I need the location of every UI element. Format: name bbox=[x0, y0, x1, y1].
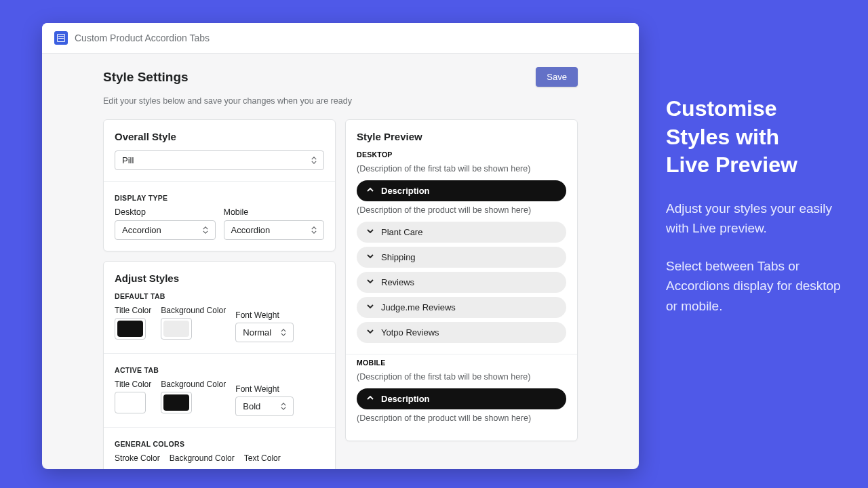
accordion-item-label: Description bbox=[381, 394, 430, 404]
page: Style Settings Save Edit your styles bel… bbox=[42, 54, 639, 469]
accordion-item-label: Reviews bbox=[381, 277, 414, 287]
titlebar: Custom Product Accordion Tabs bbox=[42, 23, 639, 54]
promo-paragraph: Adjust your styles your easily with Live… bbox=[666, 199, 844, 239]
style-preview-card: Style Preview DESKTOP (Description of th… bbox=[345, 119, 578, 441]
default-font-weight-select[interactable]: Normal bbox=[235, 323, 294, 342]
bg-color-label: Background Color bbox=[161, 306, 226, 315]
mobile-label: Mobile bbox=[224, 207, 325, 217]
active-fw-value: Bold bbox=[243, 401, 260, 411]
accordion-item[interactable]: Reviews bbox=[357, 272, 566, 293]
page-title: Style Settings bbox=[103, 70, 189, 85]
app-window: Custom Product Accordion Tabs Style Sett… bbox=[42, 23, 639, 469]
page-subtitle: Edit your styles below and save your cha… bbox=[103, 96, 578, 106]
default-fw-value: Normal bbox=[243, 327, 271, 338]
promo-panel: Customise Styles with Live Preview Adjus… bbox=[639, 0, 868, 488]
chevron-down-icon bbox=[366, 327, 374, 338]
accordion-item-label: Description bbox=[381, 186, 430, 196]
style-preview-heading: Style Preview bbox=[357, 131, 566, 142]
overall-style-card: Overall Style Pill DISPLAY TYPE Desktop bbox=[103, 119, 336, 251]
first-tab-note: (Description of the first tab will be sh… bbox=[357, 164, 566, 174]
accordion-item-label: Yotpo Reviews bbox=[381, 327, 439, 338]
app-title: Custom Product Accordion Tabs bbox=[75, 33, 210, 43]
product-note: (Description of the product will be show… bbox=[357, 205, 566, 215]
select-caret-icon bbox=[311, 157, 317, 164]
active-font-weight-select[interactable]: Bold bbox=[235, 396, 294, 416]
mobile-display-value: Accordion bbox=[231, 225, 271, 235]
accordion-item[interactable]: Judge.me Reviews bbox=[357, 297, 566, 318]
page-header: Style Settings Save bbox=[103, 67, 578, 87]
product-note-mobile: (Description of the product will be show… bbox=[357, 413, 566, 423]
promo-headline: Customise Styles with Live Preview bbox=[666, 95, 844, 180]
title-color-label: Title Color bbox=[115, 380, 151, 389]
font-weight-label: Font Weight bbox=[235, 310, 294, 320]
accordion-item-label: Shipping bbox=[381, 252, 416, 262]
active-bg-color-swatch[interactable] bbox=[161, 392, 192, 413]
select-caret-icon bbox=[281, 403, 286, 410]
left-column: Overall Style Pill DISPLAY TYPE Desktop bbox=[103, 119, 336, 469]
accordion-item-label: Judge.me Reviews bbox=[381, 302, 456, 312]
desktop-display-select[interactable]: Accordion bbox=[115, 220, 216, 240]
general-colors-label: GENERAL COLORS bbox=[115, 437, 324, 448]
right-column: Style Preview DESKTOP (Description of th… bbox=[345, 119, 578, 469]
stroke-color-label: Stroke Color bbox=[115, 453, 160, 463]
overall-style-heading: Overall Style bbox=[115, 131, 324, 142]
preview-desktop-label: DESKTOP bbox=[357, 150, 566, 159]
accordion-item[interactable]: Yotpo Reviews bbox=[357, 322, 566, 343]
default-tab-label: DEFAULT TAB bbox=[115, 292, 324, 300]
adjust-styles-card: Adjust Styles DEFAULT TAB Title Color Ba… bbox=[103, 261, 336, 469]
accordion-item-active-mobile[interactable]: Description bbox=[357, 388, 566, 409]
save-button[interactable]: Save bbox=[536, 67, 578, 87]
chevron-down-icon bbox=[366, 302, 374, 312]
chevron-up-icon bbox=[366, 186, 374, 196]
font-weight-label: Font Weight bbox=[235, 384, 294, 394]
desktop-label: Desktop bbox=[115, 207, 216, 217]
bg-color-label: Background Color bbox=[161, 380, 226, 389]
accordion-item-active[interactable]: Description bbox=[357, 180, 566, 201]
preview-mobile-label: MOBILE bbox=[357, 359, 566, 367]
default-bg-color-swatch[interactable] bbox=[161, 318, 192, 340]
accordion-item[interactable]: Shipping bbox=[357, 247, 566, 268]
overall-style-select[interactable]: Pill bbox=[115, 150, 324, 170]
title-color-label: Title Color bbox=[115, 306, 151, 315]
default-title-color-swatch[interactable] bbox=[115, 318, 146, 340]
active-tab-label: ACTIVE TAB bbox=[115, 363, 324, 374]
first-tab-note-mobile: (Description of the first tab will be sh… bbox=[357, 372, 566, 382]
select-caret-icon bbox=[281, 329, 286, 336]
columns: Overall Style Pill DISPLAY TYPE Desktop bbox=[103, 119, 578, 469]
accordion-item[interactable]: Plant Care bbox=[357, 222, 566, 243]
mobile-display-select[interactable]: Accordion bbox=[224, 220, 325, 240]
adjust-styles-heading: Adjust Styles bbox=[115, 272, 324, 284]
select-caret-icon bbox=[203, 226, 208, 234]
app-icon bbox=[54, 31, 68, 45]
select-caret-icon bbox=[311, 226, 317, 234]
general-bg-color-label: Background Color bbox=[170, 453, 235, 463]
accordion-item-label: Plant Care bbox=[381, 227, 422, 237]
desktop-display-value: Accordion bbox=[122, 225, 161, 235]
chevron-down-icon bbox=[366, 277, 374, 287]
overall-style-value: Pill bbox=[122, 155, 134, 165]
display-type-label: DISPLAY TYPE bbox=[115, 191, 324, 202]
chevron-up-icon bbox=[366, 394, 374, 404]
chevron-down-icon bbox=[366, 252, 374, 262]
text-color-label: Text Color bbox=[244, 453, 281, 463]
promo-paragraph: Select between Tabs or Accordions displa… bbox=[666, 256, 844, 316]
chevron-down-icon bbox=[366, 227, 374, 237]
active-title-color-swatch[interactable] bbox=[115, 392, 146, 413]
